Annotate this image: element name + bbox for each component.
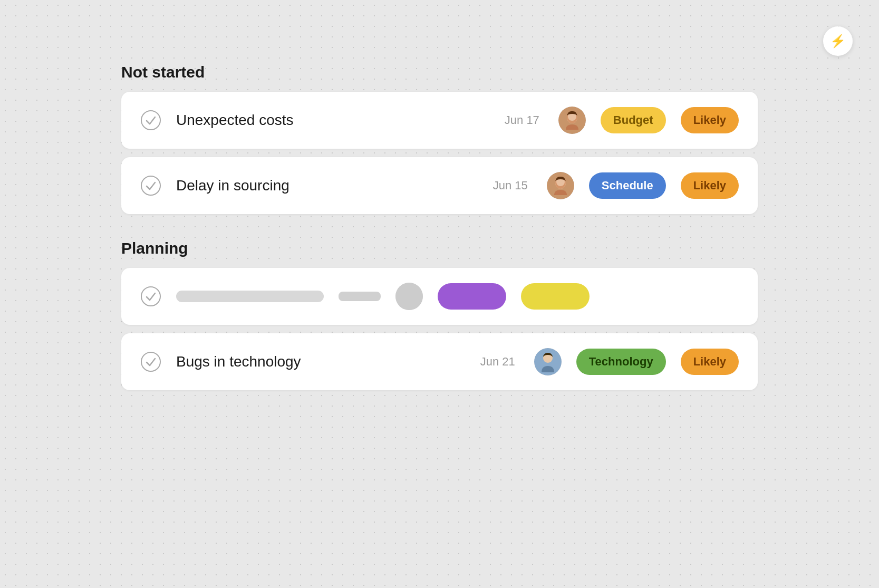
task-date-delay-in-sourcing: Jun 15 <box>493 179 528 192</box>
badge-budget-unexpected-costs[interactable]: Budget <box>601 107 666 133</box>
badge-yellow-placeholder-placeholder-item[interactable] <box>521 283 590 310</box>
svg-point-12 <box>141 352 160 371</box>
lightning-icon: ⚡ <box>830 34 846 49</box>
task-date-unexpected-costs: Jun 17 <box>505 113 539 127</box>
svg-point-10 <box>141 287 160 306</box>
placeholder-name-bar <box>176 291 324 302</box>
avatar-placeholder-item <box>395 283 423 310</box>
avatar-delay-in-sourcing <box>547 172 574 199</box>
svg-point-11 <box>395 283 423 310</box>
section-not-started: Not started Unexpected costsJun 17 Budge… <box>121 63 758 214</box>
placeholder-date-bar <box>339 292 381 301</box>
section-title-not-started: Not started <box>121 63 758 81</box>
avatar-unexpected-costs <box>558 107 586 134</box>
svg-point-5 <box>141 176 160 195</box>
sections-container: Not started Unexpected costsJun 17 Budge… <box>121 63 758 390</box>
badge-likely-orange-bugs-in-technology[interactable]: Likely <box>681 349 739 375</box>
badge-schedule-delay-in-sourcing[interactable]: Schedule <box>589 172 666 199</box>
task-card-bugs-in-technology[interactable]: Bugs in technologyJun 21 TechnologyLikel… <box>121 333 758 390</box>
task-name-unexpected-costs: Unexpected costs <box>176 112 490 129</box>
task-card-placeholder-item[interactable] <box>121 268 758 325</box>
task-card-delay-in-sourcing[interactable]: Delay in sourcingJun 15 ScheduleLikely <box>121 157 758 214</box>
avatar-bugs-in-technology <box>534 348 562 375</box>
section-planning: Planning Bugs in technologyJun 21 Techno… <box>121 239 758 390</box>
badge-likely-orange-delay-in-sourcing[interactable]: Likely <box>681 172 739 199</box>
check-icon <box>140 351 161 372</box>
check-icon <box>140 175 161 196</box>
task-card-unexpected-costs[interactable]: Unexpected costsJun 17 BudgetLikely <box>121 92 758 149</box>
section-title-planning: Planning <box>121 239 758 257</box>
task-name-delay-in-sourcing: Delay in sourcing <box>176 177 478 194</box>
badge-technology-bugs-in-technology[interactable]: Technology <box>576 349 666 375</box>
task-date-bugs-in-technology: Jun 21 <box>480 355 515 369</box>
check-icon <box>140 286 161 307</box>
svg-point-0 <box>141 111 160 130</box>
lightning-button[interactable]: ⚡ <box>823 26 853 56</box>
task-name-bugs-in-technology: Bugs in technology <box>176 353 466 370</box>
badge-likely-orange-unexpected-costs[interactable]: Likely <box>681 107 739 133</box>
badge-purple-placeholder-item[interactable] <box>438 283 506 310</box>
check-icon <box>140 110 161 131</box>
